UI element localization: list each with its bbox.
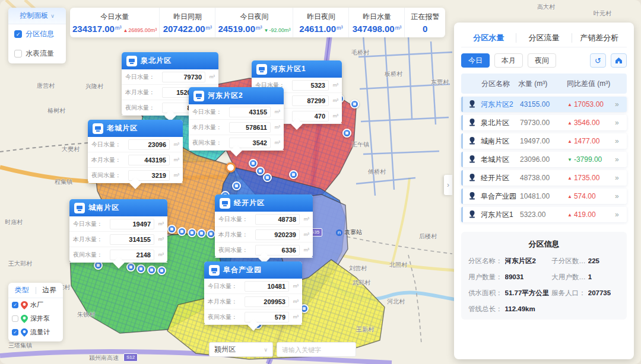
zone-info-panel: 分区信息 分区名称：河东片区2 子分区数…225 用户数量：89031 大用户数… — [461, 232, 627, 320]
table-row[interactable]: 老城片区 23096.00 ▼-3799.00 » — [461, 152, 627, 167]
diff-value: ▲3546.00 — [567, 119, 615, 127]
chevron-down-icon: ∨ — [50, 13, 55, 19]
map-place-label: 大樊村 — [62, 145, 80, 154]
diff-value: ▲1735.00 — [567, 174, 615, 182]
flow-meter-marker[interactable] — [167, 225, 176, 234]
stat-today-volume: 今日水量 234317.00m³▲26895.00m³ — [70, 8, 160, 37]
legend-tab-boundary[interactable]: 边界 — [36, 285, 64, 295]
row-chevron-icon[interactable]: » — [615, 174, 627, 182]
flow-meter-marker[interactable] — [342, 129, 351, 138]
flow-meter-marker[interactable] — [232, 181, 241, 190]
home-button[interactable] — [611, 53, 627, 68]
map-place-label: 程集镇 — [55, 178, 72, 186]
zone-card-icon — [74, 203, 85, 213]
flow-meter-marker[interactable] — [188, 228, 196, 237]
row-chevron-icon[interactable]: » — [615, 210, 627, 219]
keyword-search-input[interactable] — [277, 342, 356, 357]
table-row[interactable]: 河东片区1 5323.00 ▲419.00 » — [461, 207, 627, 222]
zone-pin-icon — [468, 173, 476, 181]
row-chevron-icon[interactable]: » — [615, 119, 627, 127]
right-panel: 分区水量 分区流量 产销差分析 今日 本月 夜间 ↺ 分区名称 水量 (m³) … — [454, 23, 634, 359]
undo-button[interactable]: ↺ — [590, 53, 606, 68]
deepwell-pin-icon — [21, 315, 28, 323]
period-night-button[interactable]: 夜间 — [528, 53, 556, 68]
row-chevron-icon[interactable]: » — [615, 100, 627, 108]
station-label: ⊓ 袁寨站 — [336, 228, 362, 237]
chevron-down-icon: ∨ — [264, 347, 268, 353]
legend-item-deepwell[interactable]: 深井泵 — [8, 312, 63, 325]
checkbox-checked-icon[interactable]: ✓ — [14, 30, 22, 38]
map-place-label: 正午镇 — [351, 141, 369, 149]
flow-meter-marker[interactable] — [126, 263, 135, 272]
table-header: 分区名称 水量 (m³) 同比差值 (m³) — [461, 74, 627, 94]
zone-card-title: 经开片区 — [234, 198, 265, 208]
row-chevron-icon[interactable]: » — [615, 192, 627, 200]
table-row[interactable]: 阜合产业园 10481.00 ▲574.00 » — [461, 189, 627, 204]
flow-meter-marker[interactable] — [197, 229, 206, 238]
table-row[interactable]: 城南片区 19497.00 ▲1477.00 » — [461, 133, 627, 149]
zone-pin-icon — [468, 210, 476, 218]
flow-meter-marker[interactable] — [157, 266, 166, 275]
flow-meter-marker[interactable] — [289, 170, 298, 179]
control-panel-toggle[interactable]: 控制面板∨ — [8, 8, 66, 24]
map-place-label: 傅桥村 — [368, 168, 386, 176]
layer-toggle-zone-info[interactable]: ✓ 分区信息 — [8, 24, 66, 44]
zone-card-icon — [209, 265, 220, 276]
period-today-button[interactable]: 今日 — [461, 53, 490, 68]
waterplant-pin-icon — [21, 301, 28, 309]
tab-zone-flow[interactable]: 分区流量 — [516, 33, 571, 43]
map-legend: 类型 边界 ✓ 水厂 深井泵 ✓ 流量计 — [8, 283, 63, 341]
diff-value: ▲1477.00 — [567, 137, 615, 145]
zone-card-chengnan: 城南片区 今日水量：19497m³ 本月水量：314155m³ 夜间水量：214… — [69, 199, 167, 263]
zone-card-fuhe: 阜合产业园 今日水量：10481m³ 本月水量：209953m³ 夜间水量：57… — [204, 261, 302, 325]
flow-meter-marker[interactable] — [263, 173, 272, 182]
checkbox-checked-icon[interactable]: ✓ — [12, 302, 18, 308]
map-place-label: 河北村 — [387, 298, 405, 306]
diff-value: ▼-3799.00 — [567, 155, 615, 164]
map-place-label: 东贾村 — [431, 78, 449, 87]
legend-item-waterplant[interactable]: ✓ 水厂 — [8, 298, 63, 312]
legend-tab-type[interactable]: 类型 — [8, 285, 36, 295]
road-badge-s12: S12 — [123, 353, 138, 362]
map-place-label: 朱铁村 — [77, 311, 95, 319]
period-month-button[interactable]: 本月 — [494, 53, 523, 68]
row-chevron-icon[interactable]: » — [615, 137, 627, 145]
map-place-label: 兴隆村 — [85, 82, 103, 91]
flow-meter-marker[interactable] — [207, 229, 215, 238]
checkbox-unchecked-icon[interactable] — [14, 50, 22, 58]
table-row[interactable]: 河东片区2 43155.00 ▲17053.00 » — [461, 97, 627, 112]
district-select[interactable]: 颍州区 ∨ — [209, 342, 273, 357]
map-place-label: 王新村 — [356, 325, 374, 334]
map-place-label: 武郢村 — [353, 279, 370, 287]
zone-card-jingkai: 经开片区 今日水量：48738m³ 本月水量：920239m³ 夜间水量：633… — [215, 194, 313, 258]
stat-yesterday-night: 昨日夜间 24611.00m³ — [293, 8, 349, 37]
zone-pin-icon — [468, 136, 476, 145]
water-dashboard: 高大村 叶元村 宁老庄镇 毛桥村 板桥村 东贾村 唐营村 兴隆村 椿树村 大樊村… — [0, 0, 641, 364]
zone-card-laocheng: 老城片区 今日水量：23096m³ 本月水量：443195m³ 夜间水量：321… — [88, 120, 183, 183]
zone-card-title: 泉北片区 — [141, 56, 172, 66]
tab-nrw-analysis[interactable]: 产销差分析 — [572, 33, 627, 43]
map-place-label: 颍州南高速 — [89, 354, 119, 362]
layer-toggle-meter-flow[interactable]: 水表流量 — [8, 44, 66, 63]
zone-card-icon — [193, 91, 204, 101]
row-chevron-icon[interactable]: » — [615, 155, 627, 164]
map-place-label: 高大村 — [537, 3, 555, 11]
panel-collapse-button[interactable]: › — [444, 175, 452, 195]
alarm-marker[interactable] — [226, 162, 236, 173]
flow-meter-marker[interactable] — [350, 100, 359, 108]
flow-meter-marker[interactable] — [177, 227, 186, 236]
flow-meter-marker[interactable] — [137, 264, 145, 273]
flow-meter-marker[interactable] — [147, 266, 156, 274]
checkbox-unchecked-icon[interactable] — [12, 315, 18, 322]
table-row[interactable]: 泉北片区 79730.00 ▲3546.00 » — [461, 115, 627, 130]
stat-yesterday-volume: 昨日水量 347498.00m³ — [349, 8, 405, 37]
table-row[interactable]: 经开片区 48738.00 ▲1735.00 » — [461, 170, 627, 186]
legend-item-flowmeter[interactable]: ✓ 流量计 — [8, 325, 63, 339]
checkbox-checked-icon[interactable]: ✓ — [12, 329, 18, 336]
zone-card-icon — [256, 64, 267, 75]
stat-yesterday-same: 昨日同期 207422.00m³ — [160, 8, 215, 37]
map-place-label: 叶元村 — [594, 9, 611, 18]
flow-meter-marker[interactable] — [249, 159, 258, 168]
tab-zone-volume[interactable]: 分区水量 — [461, 33, 516, 43]
delta-down: ▼-92.00m³ — [264, 27, 290, 33]
